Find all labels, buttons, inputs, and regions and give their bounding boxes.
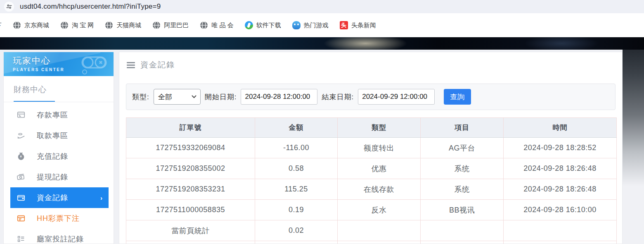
sidebar: 玩家中心 PLAYERS CENTER 財務中心 存款專區 取款專區 bbox=[3, 52, 114, 244]
globe-icon bbox=[105, 21, 113, 29]
bookmark-item[interactable]: 淘 宝 网 bbox=[60, 21, 94, 29]
toutiao-icon: 头 bbox=[340, 21, 348, 29]
sidebar-item-deposit-zone[interactable]: 存款專區 bbox=[10, 105, 109, 125]
bookmark-item[interactable]: 热门游戏 bbox=[292, 21, 329, 29]
list-icon bbox=[16, 234, 26, 244]
bookmark-item[interactable]: 阿里巴巴 bbox=[152, 21, 189, 29]
background-banner bbox=[0, 37, 644, 50]
table-row: 1727519208353231 115.25 在线存款 系统 2024-09-… bbox=[126, 179, 617, 200]
bookmark-item[interactable]: 天猫商城 bbox=[105, 21, 141, 29]
sidebar-item-hh-lottery-bet[interactable]: HH彩票下注 bbox=[10, 208, 109, 229]
table-row: 1727519208355002 0.58 优惠 系统 2024-09-28 1… bbox=[126, 158, 617, 179]
gamepad-icon bbox=[75, 54, 110, 75]
sidebar-item-room-bet-record[interactable]: 廳室投註記錄 bbox=[10, 229, 109, 244]
finance-center-section: 財務中心 bbox=[4, 76, 114, 102]
wallet-icon bbox=[16, 193, 26, 203]
column-header-project: 項目 bbox=[421, 118, 504, 138]
type-label: 類型: bbox=[132, 92, 149, 102]
bookmark-item[interactable]: 软件下载 bbox=[245, 21, 281, 29]
type-select[interactable]: 全部 bbox=[154, 89, 201, 105]
site-settings-icon[interactable] bbox=[4, 2, 14, 12]
column-header-type: 類型 bbox=[338, 118, 421, 138]
sidebar-menu: 存款專區 取款專區 ¥ 充值記錄 提現記錄 資金記錄 › bbox=[4, 105, 114, 244]
cash-icon bbox=[16, 172, 26, 182]
globe-icon bbox=[152, 21, 161, 29]
end-date-label: 結束日期: bbox=[322, 92, 354, 102]
table-header-row: 訂單號 金額 類型 項目 時間 bbox=[126, 118, 617, 138]
column-header-amount: 金額 bbox=[255, 118, 338, 138]
table-row: 1727519332069084 -116.00 额度转出 AG平台 2024-… bbox=[126, 138, 617, 158]
table-row bbox=[126, 241, 617, 244]
chevron-right-icon: › bbox=[100, 194, 103, 201]
finance-center-label: 財務中心 bbox=[14, 84, 104, 95]
globe-icon bbox=[60, 21, 69, 29]
svg-text:¥: ¥ bbox=[20, 155, 22, 158]
browser-address-bar: usdt04.com/hhcp/usercenter.html?iniType=… bbox=[0, 0, 644, 13]
globe-icon bbox=[13, 21, 21, 29]
page-header: 資金記錄 bbox=[119, 52, 622, 78]
filter-bar: 類型: 全部 開始日期: 2024-09-28 12:00:00 結束日期: 2… bbox=[126, 84, 616, 110]
sidebar-item-withdraw-zone[interactable]: 取款專區 bbox=[10, 125, 109, 146]
table-summary-row: 當前頁統計 0.02 bbox=[126, 220, 617, 241]
chevron-down-icon bbox=[192, 95, 197, 98]
software-download-icon bbox=[245, 21, 253, 29]
start-date-input[interactable]: 2024-09-28 12:00:00 bbox=[241, 89, 317, 105]
bookmarks-bar: 一下 京东商城 淘 宝 网 天猫商城 阿里巴巴 唯 品 会 软件下载 热门游戏 bbox=[0, 13, 644, 37]
sidebar-item-funds-record[interactable]: 資金記錄 › bbox=[10, 187, 109, 208]
withdraw-hand-icon bbox=[16, 131, 26, 141]
menu-toggle-icon[interactable] bbox=[127, 62, 135, 68]
funds-table: 訂單號 金額 類型 項目 時間 1727519332069084 -116.00… bbox=[126, 117, 617, 244]
bookmark-item[interactable]: 一下 bbox=[0, 22, 2, 29]
main-panel: 資金記錄 類型: 全部 開始日期: 2024-09-28 12:00:00 結束… bbox=[119, 52, 623, 244]
globe-icon bbox=[200, 21, 208, 29]
page-title: 資金記錄 bbox=[140, 60, 175, 70]
sidebar-item-withdrawal-record[interactable]: 提現記錄 bbox=[10, 167, 109, 187]
table-row: 1727511000058835 0.19 反水 BB视讯 2024-09-28… bbox=[126, 200, 617, 220]
players-center-header: 玩家中心 PLAYERS CENTER bbox=[4, 52, 114, 76]
background-shade bbox=[623, 50, 644, 186]
sidebar-item-recharge-record[interactable]: ¥ 充值記錄 bbox=[10, 146, 109, 167]
column-header-time: 時間 bbox=[504, 118, 617, 138]
game-robot-icon bbox=[292, 21, 301, 29]
lottery-ticket-icon bbox=[16, 213, 26, 223]
column-header-order-no: 訂單號 bbox=[126, 118, 255, 138]
deposit-card-icon bbox=[16, 110, 26, 120]
bookmark-item[interactable]: 头 头条新闻 bbox=[340, 21, 376, 29]
bookmark-item[interactable]: 京东商城 bbox=[13, 21, 49, 29]
end-date-input[interactable]: 2024-09-29 12:00:00 bbox=[358, 89, 435, 105]
moneybag-icon: ¥ bbox=[16, 151, 26, 161]
search-button[interactable]: 查詢 bbox=[444, 89, 471, 105]
start-date-label: 開始日期: bbox=[205, 92, 237, 102]
section-divider bbox=[4, 102, 114, 102]
bookmark-item[interactable]: 唯 品 会 bbox=[200, 21, 233, 29]
url-text[interactable]: usdt04.com/hhcp/usercenter.html?iniType=… bbox=[20, 2, 161, 11]
